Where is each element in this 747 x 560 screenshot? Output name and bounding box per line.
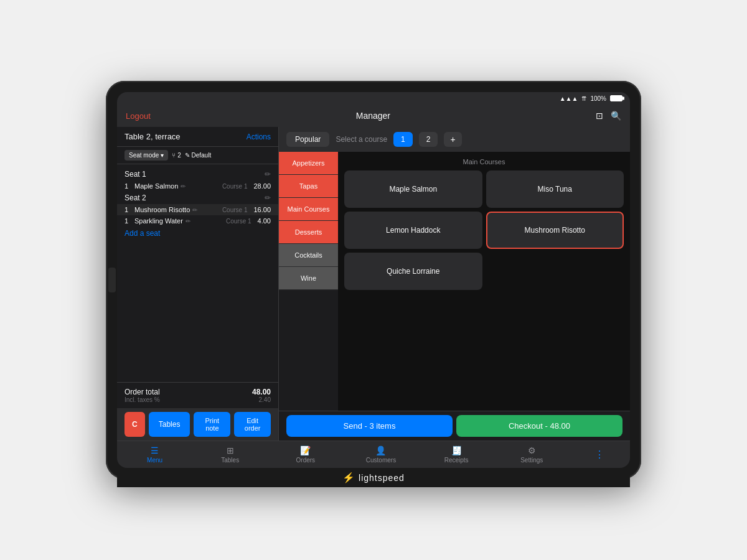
- home-button[interactable]: [108, 268, 116, 292]
- send-button[interactable]: Send - 3 items: [286, 415, 453, 437]
- tab-receipts[interactable]: 🧾 Receipts: [438, 446, 475, 464]
- seat-1-label: Seat 1: [125, 170, 146, 179]
- brand-logo-icon: ⚡: [342, 472, 355, 483]
- menu-top-bar: Popular Select a course 1 2 +: [279, 127, 630, 152]
- item-qty: 1: [125, 217, 131, 225]
- menu-item-mushroom-risotto[interactable]: Mushroom Risotto: [486, 212, 624, 249]
- category-main-courses[interactable]: Main Courses: [279, 198, 338, 221]
- brand-bar: ⚡ lightspeed: [117, 468, 630, 487]
- order-tax-amount: 2.40: [259, 396, 271, 403]
- order-total-label: Order total: [125, 388, 160, 396]
- menu-item-maple-salmon[interactable]: Maple Salmon: [344, 170, 482, 208]
- default-badge: ✎ Default: [185, 152, 211, 159]
- tab-tables[interactable]: ⊞ Tables: [212, 446, 249, 464]
- wifi-icon: ⇈: [581, 95, 586, 102]
- item-edit-icon: ✏: [192, 207, 197, 213]
- order-footer: Order total 48.00 Incl. taxes % 2.40: [117, 382, 278, 408]
- menu-grid-area: Main Courses Maple Salmon Miso Tuna Lemo…: [338, 152, 630, 411]
- seat-1-edit-icon[interactable]: ✏: [265, 170, 271, 179]
- seat-2-header: Seat 2 ✏: [117, 192, 278, 204]
- item-qty: 1: [125, 206, 131, 213]
- chevron-down-icon: ▾: [161, 152, 164, 159]
- item-edit-icon: ✏: [181, 183, 186, 190]
- nav-icons: ⊡ 🔍: [596, 111, 621, 121]
- battery-icon: [610, 95, 622, 101]
- course-select-label: Select a course: [336, 135, 387, 144]
- print-note-button[interactable]: Print note: [194, 412, 230, 437]
- item-edit-icon: ✏: [186, 218, 190, 225]
- seat-2-edit-icon[interactable]: ✏: [265, 194, 271, 202]
- checkout-button[interactable]: Checkout - 48.00: [456, 415, 622, 437]
- seat-section: Seat 1 ✏ 1 Maple Salmon ✏ Course 1 28.00…: [117, 164, 278, 382]
- tab-orders[interactable]: 📝 Orders: [287, 446, 324, 464]
- top-nav: Logout Manager ⊡ 🔍: [117, 105, 630, 127]
- course-2-button[interactable]: 2: [419, 132, 438, 147]
- menu-item-quiche-lorraine[interactable]: Quiche Lorraine: [344, 253, 482, 290]
- order-total-row: Order total 48.00: [125, 388, 271, 396]
- app-title: Manager: [356, 111, 390, 121]
- item-name: Mushroom Risotto ✏: [134, 206, 218, 213]
- receipts-icon: 🧾: [451, 446, 462, 455]
- menu-item-miso-tuna[interactable]: Miso Tuna: [486, 170, 624, 208]
- category-wine[interactable]: Wine: [279, 267, 338, 290]
- order-action-bar: C Tables Print note Edit order: [117, 408, 278, 441]
- menu-section-title: Main Courses: [344, 158, 624, 166]
- seat-mode-button[interactable]: Seat mode ▾: [125, 150, 168, 161]
- search-icon[interactable]: 🔍: [611, 111, 621, 121]
- popular-tab[interactable]: Popular: [286, 132, 329, 147]
- customers-icon: 👤: [375, 446, 386, 455]
- menu-grid: Maple Salmon Miso Tuna Lemon Haddock Mus…: [344, 170, 624, 290]
- item-course: Course 1: [226, 218, 251, 225]
- category-tapas[interactable]: Tapas: [279, 175, 338, 198]
- tables-icon: ⊞: [227, 446, 234, 455]
- item-name: Maple Salmon ✏: [134, 182, 218, 190]
- item-course: Course 1: [222, 207, 248, 213]
- signal-icon: ▲▲▲: [560, 95, 578, 102]
- actions-button[interactable]: Actions: [247, 133, 271, 141]
- clear-button[interactable]: C: [125, 412, 145, 437]
- item-price: 16.00: [253, 206, 271, 213]
- tables-button[interactable]: Tables: [149, 412, 190, 437]
- more-options-icon[interactable]: ⋮: [588, 449, 611, 460]
- order-item-sparkling-water[interactable]: 1 Sparkling Water ✏ Course 1 4.00: [117, 215, 278, 226]
- item-qty: 1: [125, 182, 131, 190]
- main-content: Table 2, terrace Actions Seat mode ▾ ⑂ 2…: [117, 127, 630, 441]
- item-name: Sparkling Water ✏: [134, 217, 222, 225]
- order-tax-row: Incl. taxes % 2.40: [125, 396, 271, 403]
- tab-customers[interactable]: 👤 Customers: [362, 446, 400, 464]
- tab-settings[interactable]: ⚙ Settings: [513, 446, 550, 464]
- order-item-maple-salmon[interactable]: 1 Maple Salmon ✏ Course 1 28.00: [117, 180, 278, 192]
- tab-menu[interactable]: ☰ Menu: [136, 446, 174, 464]
- order-item-mushroom-risotto[interactable]: 1 Mushroom Risotto ✏ Course 1 16.00: [117, 204, 278, 215]
- covers-badge: ⑂ 2: [172, 152, 181, 159]
- course-1-button[interactable]: 1: [393, 132, 413, 147]
- tablet-screen: ▲▲▲ ⇈ 100% Logout Manager ⊡ 🔍 Table 2, t…: [117, 92, 630, 468]
- table-name: Table 2, terrace: [125, 132, 181, 141]
- order-header: Table 2, terrace Actions: [117, 127, 278, 147]
- order-tax-label: Incl. taxes %: [125, 396, 160, 403]
- scan-icon[interactable]: ⊡: [596, 111, 603, 121]
- category-appetizers[interactable]: Appetizers: [279, 152, 338, 175]
- bottom-action-bar: Send - 3 items Checkout - 48.00: [279, 411, 630, 441]
- item-price: 28.00: [253, 182, 271, 190]
- settings-icon: ⚙: [528, 446, 536, 455]
- category-desserts[interactable]: Desserts: [279, 221, 338, 244]
- orders-icon: 📝: [300, 446, 311, 455]
- add-seat-button[interactable]: Add a seat: [117, 226, 278, 240]
- menu-panel: Popular Select a course 1 2 + Appetizers…: [279, 127, 630, 441]
- category-cocktails[interactable]: Cocktails: [279, 244, 338, 267]
- seat-2-label: Seat 2: [125, 194, 146, 202]
- battery-pct: 100%: [590, 95, 606, 102]
- logout-button[interactable]: Logout: [126, 111, 151, 121]
- seat-1-header: Seat 1 ✏: [117, 168, 278, 180]
- course-add-button[interactable]: +: [444, 132, 461, 147]
- item-price: 4.00: [258, 217, 271, 225]
- menu-icon: ☰: [151, 446, 159, 455]
- order-panel: Table 2, terrace Actions Seat mode ▾ ⑂ 2…: [117, 127, 279, 441]
- order-total-amount: 48.00: [252, 388, 271, 396]
- menu-body: Appetizers Tapas Main Courses Desserts C: [279, 152, 630, 411]
- status-bar: ▲▲▲ ⇈ 100%: [117, 92, 630, 105]
- menu-item-lemon-haddock[interactable]: Lemon Haddock: [344, 212, 482, 249]
- edit-order-button[interactable]: Edit order: [234, 412, 271, 437]
- category-sidebar: Appetizers Tapas Main Courses Desserts C: [279, 152, 338, 411]
